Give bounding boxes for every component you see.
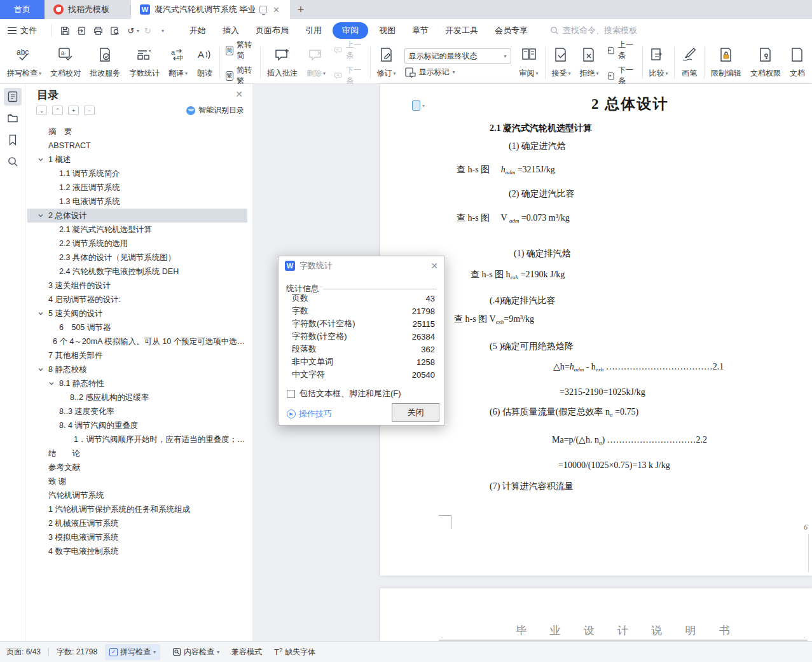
toc-close-icon[interactable]: ✕ [235,89,243,99]
trad-to-simp-button[interactable]: 简繁转简 [226,39,254,61]
monitor-icon[interactable] [259,6,267,13]
next-comment-button[interactable]: 下一条 [334,65,364,86]
toc-panel-button[interactable] [4,88,22,106]
command-search[interactable]: 查找命令、搜索模板 [550,25,637,36]
menu-item-layout[interactable]: 页面布局 [247,22,297,39]
tab-close-icon[interactable]: ✕ [272,5,281,15]
prev-change-button[interactable]: 上一条 [607,39,636,61]
menu-item-member[interactable]: 会员专享 [486,22,536,39]
more-commands-icon[interactable]: ▾ [156,23,172,38]
toc-item[interactable]: 7 其他相关部件 [27,348,247,362]
toc-item[interactable]: 8. 4 调节汽阀的重叠度 [27,418,247,432]
include-footnotes-checkbox[interactable]: 包括文本框、脚注和尾注(F) [287,388,401,399]
toc-item[interactable]: ABSTRACT [27,139,247,153]
compat-mode-label[interactable]: 兼容模式 [231,647,262,658]
markup-state-dropdown[interactable]: 显示标记的最终状态▾ [404,48,511,64]
menu-item-home[interactable]: 开始 [181,22,214,39]
menu-item-references[interactable]: 引用 [297,22,330,39]
translate-button[interactable]: a中 翻译▾ [164,44,192,82]
save-button[interactable] [57,23,73,38]
toc-item[interactable]: 1 汽轮机调节保护系统的任务和系统组成 [27,502,247,516]
simp-to-trad-button[interactable]: 繁简转繁 [226,65,254,86]
next-document-page[interactable]: 毕 业 设 计 说 明 书 [380,588,812,641]
toc-item[interactable]: 6 个 4～20mA 模拟输入。可从 10 个预定可选项中选… [27,334,247,348]
correction-service-button[interactable]: 批改服务 [85,44,125,82]
close-button[interactable]: 关闭 [392,403,439,422]
redo-button[interactable]: ↻ [139,23,156,38]
word-count-indicator[interactable]: 字数: 21798 [57,647,97,658]
word-count-button[interactable]: 字数统计 [125,44,164,82]
missing-font-status[interactable]: T? 缺失字体 [270,644,320,660]
page-icon-dropdown[interactable]: ▾ [412,100,425,111]
brush-button[interactable]: 画笔 [677,44,702,82]
collapse-all-button[interactable]: − [84,106,95,115]
toc-item[interactable]: 6 505 调节器 [27,321,247,334]
toc-item[interactable]: 8..2 感应机构的迟缓率 [27,390,247,404]
show-markup-button[interactable]: 显示标记▾ [404,67,511,78]
toc-item[interactable]: 1.2 液压调节系统 [27,181,247,195]
tab-document[interactable]: W 凝汽式汽轮机调节系统 毕业论文 ✕ [131,0,290,19]
chevron-down-icon[interactable] [48,380,55,389]
toc-item[interactable]: 2.3 具体的设计（见调节系统图） [27,251,247,265]
spell-check-status[interactable]: ✓ 拼写检查▾ [105,644,160,660]
chevron-down-icon[interactable] [38,156,44,165]
toc-item[interactable]: 2.2 调节系统的选用 [27,237,247,251]
expand-all-button[interactable]: ＋ [68,106,79,115]
checkbox-icon[interactable] [287,390,295,398]
new-tab-button[interactable]: + [290,0,312,19]
collapse-up-button[interactable]: ⌃ [52,106,63,115]
tab-home[interactable]: 首页 [0,0,45,19]
menu-item-insert[interactable]: 插入 [214,22,247,39]
chevron-down-icon[interactable] [38,212,44,221]
folder-panel-button[interactable] [4,109,22,127]
content-check-status[interactable]: 内容检查▾ [168,644,224,660]
toc-item[interactable]: 4 数字电液控制系统 [27,544,247,558]
spell-check-button[interactable]: abc 拼写检查▾ [3,44,46,82]
doc-clipped-button[interactable]: 文档 [785,44,809,82]
delete-comment-button[interactable]: 删除▾ [302,44,330,82]
prev-comment-button[interactable]: 上一条 [334,39,364,61]
restrict-edit-button[interactable]: 限制编辑 [706,44,746,82]
chevron-down-icon[interactable] [38,366,44,375]
tab-docer[interactable]: 找稻壳模板 [45,0,130,19]
toc-item[interactable]: 8 静态校核 [27,362,247,376]
toc-item[interactable]: 5 速关阀的设计 [27,307,247,321]
toc-item[interactable]: 1.3 电液调节系统 [27,195,247,209]
toc-item[interactable]: 1．调节汽阀顺序开始时，应有适当的重叠度；… [27,432,247,446]
next-change-button[interactable]: 下一条 [607,65,636,86]
chevron-down-icon[interactable] [38,310,44,319]
dialog-title-bar[interactable]: W 字数统计 [279,256,444,275]
doc-permission-button[interactable]: 文档权限 [746,44,785,82]
toc-item[interactable]: 2 总体设计 [27,209,247,223]
toc-item[interactable]: 2.4 汽轮机数字电液控制系统 DEH [27,265,247,279]
expand-down-button[interactable]: ⌄ [36,106,47,115]
toc-item[interactable]: 2.1 凝汽式汽轮机选型计算 [27,223,247,237]
toc-item[interactable]: 1.1 调节系统简介 [27,167,247,181]
dialog-close-icon[interactable]: ✕ [430,261,438,271]
toc-item[interactable]: 8.1 静态特性 [27,376,247,390]
toc-item[interactable]: 3 速关组件的设计 [27,279,247,293]
toc-item[interactable]: 2 机械液压调节系统 [27,516,247,530]
reject-button[interactable]: 拒绝▾ [575,44,603,82]
toc-item[interactable]: 3 模拟电液调节系统 [27,530,247,544]
tips-link[interactable]: ▶ 操作技巧 [287,408,332,420]
menu-item-review[interactable]: 审阅 [333,22,368,39]
track-changes-button[interactable]: 修订▾ [373,44,401,82]
toc-item[interactable]: 致 谢 [27,474,247,488]
toc-item[interactable]: 参考文献 [27,460,247,474]
menu-item-view[interactable]: 视图 [371,22,404,39]
menu-item-devtools[interactable]: 开发工具 [437,22,486,39]
toc-item[interactable]: 1 概述 [27,153,247,167]
export-button[interactable] [73,23,90,38]
file-menu[interactable]: 文件 [0,25,46,36]
accept-button[interactable]: 接受▾ [547,44,575,82]
toc-item[interactable]: 4 启动调节器的设计: [27,293,247,307]
smart-recognize-button[interactable]: 智能识别目录 [186,105,244,116]
doc-proof-button[interactable]: a- 文档校对 [46,44,85,82]
toc-item[interactable]: 汽轮机调节系统 [27,488,247,502]
print-preview-button[interactable] [106,23,123,38]
print-button[interactable] [90,23,106,38]
bookmark-panel-button[interactable] [4,131,22,149]
review-pane-button[interactable]: 审阅▾ [515,44,543,82]
search-panel-button[interactable] [4,153,22,170]
